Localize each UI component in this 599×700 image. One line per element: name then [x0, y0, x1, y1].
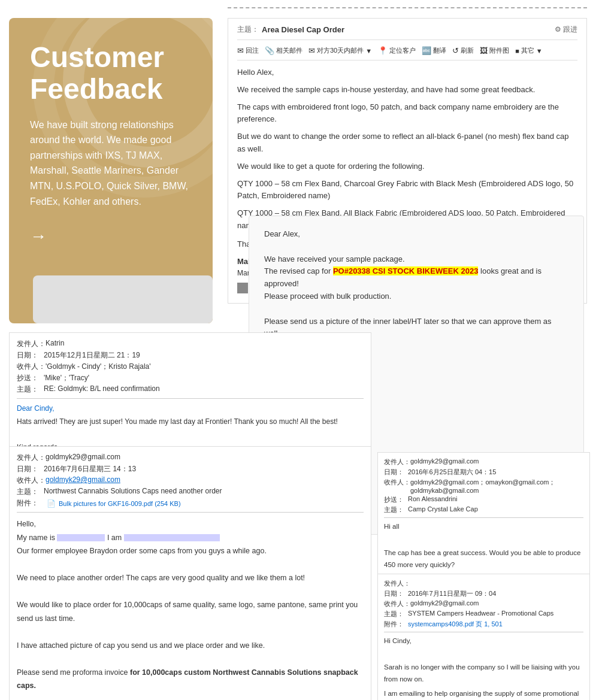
- toolbar-translate-btn[interactable]: 🔤翻译: [422, 46, 446, 55]
- header-from: 发件人： Katrin: [17, 339, 364, 349]
- crystal-date: 日期： 2016年6月25日星期六 04：15: [384, 468, 583, 477]
- pdf-icon: 📄: [47, 499, 56, 508]
- crystal-to: 收件人： goldmyk29@gmail.com；omaykon@gmail.c…: [384, 478, 583, 494]
- follow-label: ⚙ 跟进: [555, 25, 577, 35]
- inner-greeting: Dear Alex,: [264, 228, 568, 241]
- email-subject-title: Area Diesel Cap Order: [262, 25, 555, 34]
- panel-description: We have built strong relationships aroun…: [30, 117, 192, 210]
- cannabis-header-from: 发件人： goldmyk29@gmail.com: [17, 453, 364, 463]
- gear-icon: ⚙: [555, 25, 561, 34]
- header-date: 日期： 2015年12月1日星期二 21：19: [17, 350, 364, 360]
- role-redacted: [124, 534, 220, 541]
- subject-label: 主题：: [237, 25, 259, 35]
- inner-body1: We have received your sample package.: [264, 253, 568, 266]
- system-campers-email: 发件人： 日期： 2016年7月11日星期一 09：04 收件人： goldmy…: [377, 574, 590, 700]
- campers-attachment: 附件： systemcamps4098.pdf 页 1, 501: [384, 620, 583, 629]
- toolbar-other-btn[interactable]: ■其它▼: [515, 46, 543, 55]
- header-to: 收件人： 'Goldmyk - Cindy'；Kristo Rajala': [17, 362, 364, 372]
- campers-date: 日期： 2016年7月11日星期一 09：04: [384, 589, 583, 598]
- campers-to: 收件人： goldmyk29@gmail.com: [384, 599, 583, 608]
- email-toolbar: ✉回注 📎相关邮件 ✉对方30天内邮件▼ 📍定位客户 🔤翻译 ↺刷新 🖼附件图 …: [237, 44, 577, 60]
- campers-body: Hi Cindy, Sarah is no longer with the co…: [384, 635, 583, 700]
- body4: We would like to get a quote for orderin…: [237, 160, 577, 173]
- header-subject: 主题： RE: Goldmyk: B/L need confirmation: [17, 384, 364, 395]
- highlight-po: PO#20338 CSI STOCK BIKEWEEK 2023: [333, 266, 479, 275]
- sig-logo-icon: [237, 283, 248, 293]
- cannabis-email: 发件人： goldmyk29@gmail.com 日期： 2016年7月6日星期…: [9, 446, 371, 700]
- inner-body3: Please proceed with bulk production.: [264, 290, 568, 303]
- toolbar-30days-btn[interactable]: ✉对方30天内邮件▼: [308, 46, 372, 55]
- toolbar-reply-btn[interactable]: ✉回注: [237, 46, 259, 55]
- top-dotted-border: [228, 7, 587, 8]
- body3: But we do want to change the order some …: [237, 131, 577, 156]
- toolbar-locate-btn[interactable]: 📍定位客户: [378, 46, 416, 55]
- crystal-from: 发件人： goldmyk29@gmail.com: [384, 457, 583, 466]
- dear-text: Dear Cindy,: [17, 402, 364, 416]
- divider: [17, 398, 364, 399]
- campers-divider: [384, 632, 583, 632]
- cannabis-header-date: 日期： 2016年7月6日星期三 14：13: [17, 464, 364, 474]
- crystal-cc: 抄送： Ron Alessandrini: [384, 495, 583, 504]
- toolbar-related-btn[interactable]: 📎相关邮件: [265, 46, 302, 55]
- toolbar-refresh-btn[interactable]: ↺刷新: [452, 46, 474, 55]
- arrow-icon[interactable]: →: [30, 227, 192, 246]
- toolbar-attachment-btn[interactable]: 🖼附件图: [480, 46, 509, 55]
- cannabis-body: Hello, My name is I am Our former employ…: [17, 517, 364, 700]
- body1: We received the sample caps in-house yes…: [237, 84, 577, 96]
- crystal-subject: 主题： Camp Crystal Lake Cap: [384, 505, 583, 514]
- crystal-divider: [384, 517, 583, 518]
- campers-from: 发件人：: [384, 579, 583, 588]
- greeting: Hello Alex,: [237, 66, 577, 79]
- campers-subject: 主题： SYSTEM Campers Headwear - Promotiona…: [384, 610, 583, 619]
- cannabis-divider: [17, 512, 364, 513]
- cannabis-header-subject: 主题： Northwest Cannabis Solutions Caps ne…: [17, 487, 364, 497]
- qty1: QTY 1000 – 58 cm Flex Band, Charcoal Gre…: [237, 178, 577, 203]
- header-cc: 抄送： 'Mike'；'Tracy': [17, 373, 364, 383]
- cannabis-header-to: 收件人： goldmyk29@gmail.com: [17, 475, 364, 486]
- cannabis-attachment: 附件： 📄 Bulk pictures for GKF16-009.pdf (2…: [17, 498, 364, 508]
- name-redacted: [57, 534, 105, 541]
- email-subject-bar: 主题： Area Diesel Cap Order ⚙ 跟进: [237, 25, 577, 40]
- panel-shadow: [33, 275, 213, 323]
- body2: The caps with embroidered front logo, 50…: [237, 101, 577, 126]
- panel-title: CustomerFeedback: [30, 42, 192, 105]
- inner-body2: The revised cap for PO#20338 CSI STOCK B…: [264, 265, 568, 290]
